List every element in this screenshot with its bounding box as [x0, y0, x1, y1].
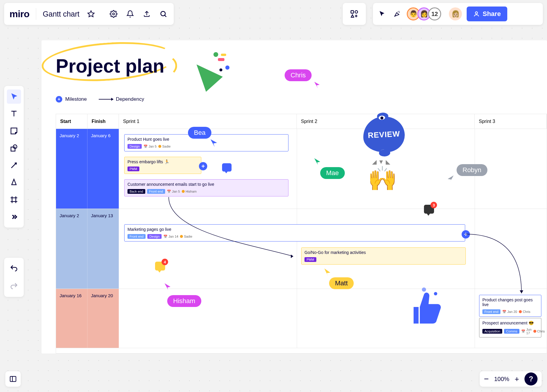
frame-tool[interactable] [7, 193, 21, 207]
task-assignee: Chris [519, 310, 530, 313]
gantt-row: January 2 January 13 Marketing pages go … [56, 209, 547, 289]
zoom-level[interactable]: 100% [494, 376, 509, 383]
task-date: 📅 Jan 5 [167, 190, 180, 193]
thumbs-up-sticker[interactable] [403, 286, 445, 336]
legend-dependency-label: Dependency [116, 96, 144, 102]
shape-tool[interactable] [7, 141, 21, 155]
comment-icon[interactable] [222, 163, 232, 172]
current-user-avatar[interactable]: 👩🏼 [449, 7, 462, 20]
canvas-board[interactable]: Project plan + Milestone Dependency Star… [42, 40, 547, 353]
task-card[interactable]: Press embargo lifts 🏃 PMM [124, 157, 201, 174]
line-tool[interactable] [7, 158, 21, 172]
reaction-icon[interactable] [392, 9, 402, 19]
task-card[interactable]: Customer announcement emails start to go… [124, 179, 288, 196]
add-milestone-button[interactable]: + [199, 162, 207, 170]
task-assignee: Sadie [158, 145, 170, 148]
cursor-pointer-icon [448, 175, 455, 183]
bell-icon[interactable] [125, 9, 135, 19]
task-card[interactable]: Prospect announcement 😎 Acquisition Comm… [479, 318, 541, 337]
miro-logo[interactable]: miro [9, 9, 29, 20]
task-date: 📅 Jun 17 [521, 328, 532, 335]
svg-point-1 [113, 13, 115, 15]
svg-marker-17 [314, 82, 320, 88]
svg-line-4 [165, 15, 166, 17]
raised-hands-sticker[interactable]: 🙌 [368, 165, 397, 193]
cursor-badge-hisham: Hisham [167, 295, 201, 307]
cursor-pointer-icon [165, 283, 172, 290]
svg-marker-18 [210, 139, 217, 147]
help-button[interactable]: ? [524, 372, 538, 385]
svg-rect-5 [351, 11, 354, 13]
sparkle-icon: ◢ ▼ ◣ [372, 158, 390, 165]
task-card[interactable]: Go/No-Go for marketing activities PMM [301, 247, 466, 265]
project-title[interactable]: Project plan [56, 55, 164, 77]
tag-design: Design [127, 144, 142, 149]
select-tool[interactable] [7, 89, 21, 104]
legend-milestone-label: Milestone [65, 96, 87, 102]
pen-tool[interactable] [7, 175, 21, 190]
finish-date: January 20 [87, 289, 119, 348]
task-date: 📅 Jan 14 [163, 235, 178, 239]
cursor-tool-icon[interactable] [377, 9, 387, 19]
svg-point-3 [161, 11, 165, 16]
task-title: Press embargo lifts 🏃 [127, 159, 198, 164]
avatar-overflow-count[interactable]: 12 [428, 7, 441, 20]
undo-toolbar [4, 258, 24, 297]
gantt-chart[interactable]: Start Finish Sprint 1 Sprint 2 Sprint 3 … [56, 114, 547, 353]
collaborator-avatars[interactable]: 👨 👩 12 [407, 7, 441, 20]
tag-pmm: PMM [127, 167, 139, 171]
svg-marker-19 [314, 158, 320, 165]
cursor-badge-mae: Mae [320, 167, 345, 179]
cursor-badge-robyn: Robyn [457, 164, 487, 176]
task-assignee: Hisham [182, 190, 197, 193]
comment-thread-icon[interactable]: 3 [424, 205, 434, 214]
cursor-pointer-icon [314, 82, 321, 89]
confetti-sticker[interactable] [193, 52, 231, 91]
svg-rect-9 [11, 147, 15, 151]
header-sprint3: Sprint 3 [475, 114, 547, 129]
task-assignee: Chris [533, 329, 545, 333]
task-date: 📅 Jan 5 [143, 145, 157, 148]
share-button[interactable]: Share [467, 7, 507, 21]
header-finish: Finish [87, 114, 119, 129]
board-name[interactable]: Gantt chart [43, 10, 79, 18]
zoom-out-button[interactable]: − [484, 374, 489, 384]
milestone-icon: + [56, 96, 62, 103]
tag-frontend: Front end [127, 234, 146, 239]
text-tool[interactable] [7, 107, 21, 121]
task-card[interactable]: Marketing pages go live Front end Design… [124, 224, 465, 241]
redo-button[interactable] [7, 279, 21, 293]
task-title: Marketing pages go live [127, 227, 462, 232]
svg-marker-20 [448, 175, 454, 182]
settings-icon[interactable] [109, 9, 119, 19]
task-title: Prospect announcement 😎 [482, 321, 538, 325]
sticky-tool[interactable] [7, 124, 21, 138]
star-icon[interactable] [86, 9, 96, 19]
add-milestone-button[interactable]: + [462, 230, 470, 239]
frames-panel-button[interactable] [5, 371, 21, 387]
undo-button[interactable] [7, 261, 21, 276]
search-icon[interactable] [158, 9, 168, 19]
cursor-badge-chris: Chris [285, 69, 312, 81]
task-card[interactable]: Product changes post goes live Front end… [479, 295, 541, 317]
top-right-toolbar: 👨 👩 12 👩🏼 Share [373, 3, 543, 25]
gantt-header: Start Finish Sprint 1 Sprint 2 Sprint 3 [56, 114, 547, 129]
zoom-in-button[interactable]: + [515, 375, 519, 384]
svg-marker-7 [351, 15, 354, 17]
tag-design: Design [147, 234, 162, 239]
share-label: Share [483, 10, 501, 18]
start-date: January 2 [56, 209, 87, 289]
comment-thread-icon[interactable]: 4 [155, 262, 165, 271]
svg-point-15 [422, 287, 426, 292]
comment-count: 3 [430, 202, 437, 208]
export-icon[interactable] [142, 9, 152, 19]
dependency-arrow-icon [99, 97, 114, 101]
task-assignee: Sadie [180, 235, 192, 238]
more-tools[interactable] [7, 210, 21, 224]
apps-button[interactable] [343, 3, 366, 25]
tag-acquisition: Acquisition [482, 329, 502, 334]
tag-pmm: PMM [304, 257, 316, 262]
task-title: Go/No-Go for marketing activities [304, 250, 463, 255]
tag-frontend: Front end [482, 309, 500, 314]
task-title: Customer announcement emails start to go… [127, 182, 285, 187]
